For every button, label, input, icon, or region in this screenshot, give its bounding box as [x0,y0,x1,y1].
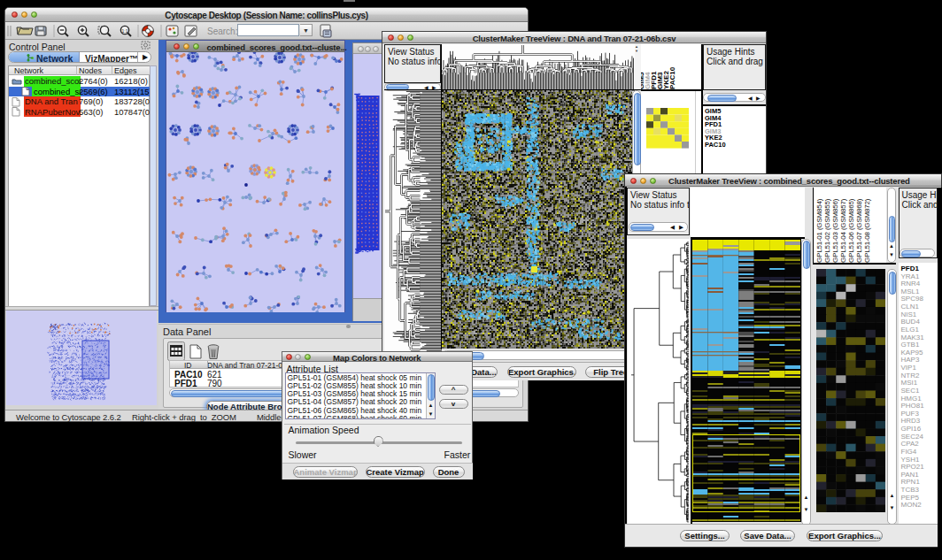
svg-text:1:1: 1:1 [122,28,128,34]
